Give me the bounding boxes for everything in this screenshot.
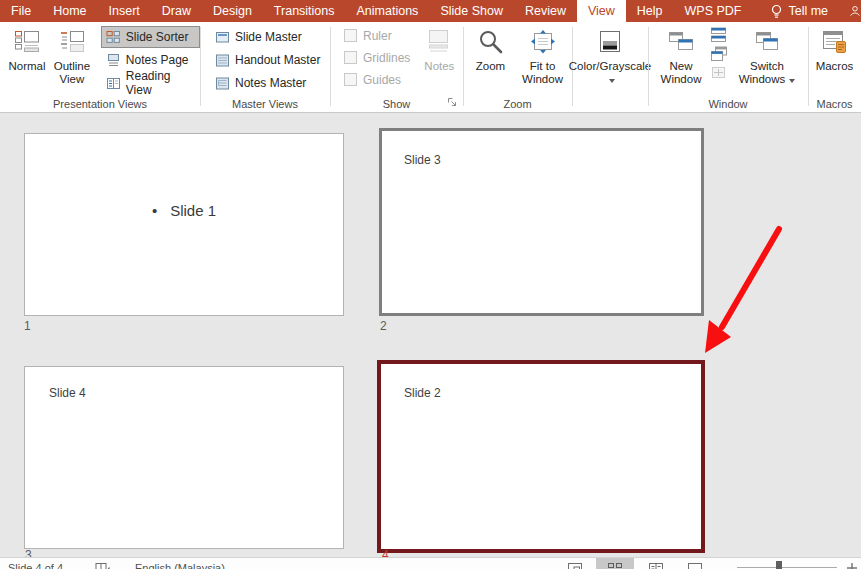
group-label-macros: Macros <box>808 98 861 110</box>
chevron-down-icon <box>609 79 615 83</box>
tab-insert[interactable]: Insert <box>98 0 151 22</box>
slide-number-1: 1 <box>24 319 31 333</box>
switch-windows-button[interactable]: Switch Windows <box>736 25 798 86</box>
checkbox-icon <box>344 51 357 64</box>
slide-thumbnail-3[interactable]: Slide 4 <box>24 366 344 549</box>
new-window-icon <box>667 28 695 56</box>
status-normal-icon[interactable] <box>567 562 583 569</box>
notes-master-button[interactable]: Notes Master <box>210 72 325 94</box>
ruler-checkbox: Ruler <box>344 26 410 45</box>
tab-design[interactable]: Design <box>202 0 263 22</box>
tab-home[interactable]: Home <box>42 0 97 22</box>
macros-button[interactable]: Macros <box>811 25 859 73</box>
group-label-presentation-views: Presentation Views <box>0 98 200 110</box>
ribbon: Normal Outline View Slide Sorter <box>0 22 861 113</box>
zoom-slider-track[interactable] <box>737 567 837 568</box>
slide-sorter-button[interactable]: Slide Sorter <box>101 26 200 48</box>
group-label-master-views: Master Views <box>200 98 330 110</box>
notes-icon <box>425 28 453 56</box>
zoom-in-icon[interactable] <box>846 562 858 569</box>
spellcheck-icon[interactable] <box>95 562 110 569</box>
status-bar: Slide 4 of 4 English (Malaysia) <box>0 557 861 569</box>
arrange-all-icon[interactable] <box>710 27 728 43</box>
group-label-window: Window <box>648 98 808 110</box>
outline-view-icon <box>58 28 86 56</box>
group-master-views: Slide Master Handout Master Notes Master… <box>200 22 330 112</box>
tab-review[interactable]: Review <box>514 0 577 22</box>
checkbox-icon <box>344 73 357 86</box>
group-show: Ruler Gridlines Guides Notes Show <box>330 22 463 112</box>
notes-button: Notes <box>418 25 460 73</box>
chevron-down-icon <box>789 79 795 83</box>
fit-to-window-icon <box>529 28 557 56</box>
macros-icon <box>821 28 849 56</box>
notes-master-icon <box>215 76 230 91</box>
user-icon[interactable] <box>849 0 861 22</box>
tab-help[interactable]: Help <box>626 0 674 22</box>
move-split-icon <box>710 65 728 81</box>
ribbon-tab-bar: File Home Insert Draw Design Transitions… <box>0 0 861 22</box>
group-label-zoom: Zoom <box>463 98 572 110</box>
tab-tell-me[interactable]: Tell me <box>760 0 838 22</box>
group-macros: Macros Macros <box>808 22 861 112</box>
color-grayscale-button[interactable]: Color/Grayscale <box>576 25 644 86</box>
fit-to-window-button[interactable]: Fit to Window <box>518 25 568 86</box>
reading-view-icon <box>106 76 121 91</box>
tab-slide-show[interactable]: Slide Show <box>429 0 514 22</box>
slide-sorter-icon <box>106 30 121 45</box>
gridlines-checkbox: Gridlines <box>344 48 410 67</box>
bullet-icon: • <box>152 202 157 219</box>
lightbulb-icon <box>770 4 783 19</box>
slide-master-icon <box>215 30 230 45</box>
color-grayscale-icon <box>596 28 624 56</box>
group-presentation-views: Normal Outline View Slide Sorter <box>0 22 200 112</box>
group-window: New Window Switch Windows Window <box>648 22 808 112</box>
normal-view-icon <box>13 28 41 56</box>
slide-thumbnail-4-selected[interactable]: Slide 2 <box>377 360 705 553</box>
notes-page-icon <box>106 53 121 68</box>
tab-animations[interactable]: Animations <box>346 0 430 22</box>
group-color-grayscale: Color/Grayscale <box>572 22 648 112</box>
group-label-show: Show <box>330 98 463 110</box>
group-zoom: Zoom Fit to Window Zoom <box>463 22 572 112</box>
cascade-windows-icon[interactable] <box>710 46 728 62</box>
language-indicator[interactable]: English (Malaysia) <box>135 562 225 569</box>
handout-master-button[interactable]: Handout Master <box>210 49 325 71</box>
tab-transitions[interactable]: Transitions <box>263 0 346 22</box>
zoom-icon <box>477 28 505 56</box>
slide-thumbnail-2[interactable]: Slide 3 <box>379 128 704 316</box>
switch-windows-icon <box>753 28 781 56</box>
slide-master-button[interactable]: Slide Master <box>210 26 325 48</box>
slide-sorter-canvas: • Slide 1 1 Slide 3 2 Slide 4 3 Slide 2 … <box>0 113 861 557</box>
new-window-button[interactable]: New Window <box>656 25 706 86</box>
checkbox-icon <box>344 29 357 42</box>
zoom-button[interactable]: Zoom <box>468 25 514 73</box>
notes-page-button[interactable]: Notes Page <box>101 49 200 71</box>
tab-file[interactable]: File <box>0 0 42 22</box>
tab-view[interactable]: View <box>577 0 626 22</box>
outline-view-button[interactable]: Outline View <box>48 25 96 86</box>
dialog-launcher-icon[interactable] <box>447 97 458 108</box>
tab-draw[interactable]: Draw <box>151 0 202 22</box>
zoom-slider-handle[interactable] <box>776 561 782 569</box>
slide-number-2: 2 <box>380 319 387 333</box>
reading-view-button[interactable]: Reading View <box>101 72 200 94</box>
guides-checkbox: Guides <box>344 70 410 89</box>
normal-view-button[interactable]: Normal <box>6 25 48 73</box>
status-sorter-icon[interactable] <box>607 562 623 569</box>
slide-1-content: • Slide 1 <box>25 202 343 219</box>
slide-info: Slide 4 of 4 <box>8 562 63 569</box>
status-slideshow-icon[interactable] <box>687 562 703 569</box>
status-reading-icon[interactable] <box>648 562 664 569</box>
tab-wps-pdf[interactable]: WPS PDF <box>674 0 753 22</box>
slide-thumbnail-1[interactable]: • Slide 1 <box>24 133 344 316</box>
handout-master-icon <box>215 53 230 68</box>
